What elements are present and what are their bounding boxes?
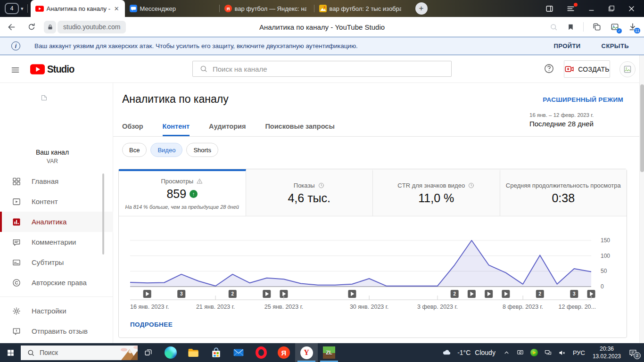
video-marker[interactable] — [468, 290, 476, 298]
clock-time: 20:36 — [593, 345, 621, 353]
metric-card-2[interactable]: CTR для значков видео11,0 % — [373, 169, 500, 216]
sidebar-item-settings[interactable]: Настройки — [0, 301, 113, 321]
help-icon[interactable] — [544, 63, 554, 74]
language-indicator[interactable]: РУС — [573, 349, 585, 356]
tray-expand-chevron-icon[interactable] — [503, 349, 510, 356]
wireless-display-icon[interactable] — [516, 349, 524, 357]
start-button[interactable] — [0, 343, 21, 362]
volume-muted-icon[interactable] — [558, 349, 566, 357]
screenshot-extension-icon[interactable]: ✓ — [610, 22, 619, 32]
close-window-icon[interactable] — [627, 5, 636, 13]
sidebar-item-dashboard[interactable]: Главная — [0, 171, 113, 191]
find-in-page-icon[interactable] — [549, 23, 558, 32]
reload-icon[interactable] — [27, 22, 36, 32]
content-icon — [12, 197, 21, 206]
minimize-icon[interactable] — [587, 5, 595, 13]
network-icon[interactable] — [544, 349, 552, 357]
taskbar-app-zl-launcher[interactable]: ZL — [318, 343, 340, 362]
sidebar-item-comments[interactable]: Комментарии — [0, 232, 113, 252]
metric-label: Показы — [294, 182, 315, 189]
video-marker[interactable] — [502, 290, 510, 298]
sidebar-item-analytics[interactable]: Аналитика — [0, 212, 113, 232]
sidebar-scrollbar[interactable] — [102, 173, 104, 255]
sidebar-item-feedback[interactable]: Отправить отзыв — [0, 321, 113, 341]
page-scrollbar-thumb[interactable] — [640, 84, 644, 172]
channel-search-box[interactable] — [192, 61, 452, 77]
video-marker[interactable]: 2 — [229, 290, 237, 298]
analytics-tab-0[interactable]: Обзор — [122, 119, 143, 136]
taskbar-app-yandex[interactable]: Я — [272, 343, 295, 362]
see-more-link[interactable]: ПОДРОБНЕЕ — [130, 321, 173, 328]
close-tab-icon[interactable]: ✕ — [113, 5, 120, 12]
video-marker[interactable]: 3 — [177, 290, 185, 298]
channel-search-input[interactable] — [213, 65, 451, 73]
advanced-mode-link[interactable]: РАСШИРЕННЫЙ РЕЖИМ — [543, 96, 623, 103]
studio-header: Studio СОЗДАТЬ — [0, 55, 644, 83]
taskbar-search-box[interactable] — [21, 346, 138, 360]
tab-counter-button[interactable]: 4 — [5, 3, 19, 14]
analytics-tab-3[interactable]: Поисковые запросы — [265, 119, 334, 136]
side-panel-icon[interactable] — [545, 4, 554, 13]
browser-tab-1[interactable]: Мессенджер — [125, 0, 219, 17]
metric-card-0[interactable]: Просмотры859↑На 814 % больше, чем за пре… — [119, 169, 246, 216]
ms-store-icon — [210, 347, 222, 359]
taskbar-search-input[interactable] — [40, 349, 96, 356]
zl-launcher-icon: ZL — [323, 346, 335, 359]
video-marker[interactable] — [143, 290, 151, 298]
taskbar-app-mail[interactable] — [227, 343, 250, 362]
chevron-down-icon[interactable]: ▾ — [21, 6, 24, 12]
metric-value-row: 11,0 % — [418, 191, 454, 205]
sidebar-item-content[interactable]: Контент — [0, 191, 113, 212]
downloads-icon[interactable]: 11 — [628, 22, 637, 32]
video-marker[interactable] — [263, 290, 271, 298]
analytics-tab-2[interactable]: Аудитория — [209, 119, 246, 136]
collections-icon[interactable] — [592, 22, 602, 32]
notification-center-icon[interactable]: 2 — [628, 348, 637, 357]
browser-tab-2[interactable]: Явар футбол — Яндекс: наш — [220, 0, 314, 17]
metric-card-1[interactable]: Показы4,6 тыс. — [246, 169, 373, 216]
youtube-studio-logo[interactable]: Studio — [30, 63, 76, 75]
sidebar-item-copyright[interactable]: Авторские права — [0, 272, 113, 293]
filter-chip-2[interactable]: Shorts — [186, 143, 218, 157]
video-marker[interactable]: 2 — [536, 290, 544, 298]
trend-up-icon: ↑ — [190, 190, 198, 198]
weather-widget[interactable]: -1°C Cloudy — [440, 348, 495, 357]
browser-tab-3[interactable]: вар футбол: 2 тыс изобра — [314, 0, 409, 17]
bookmark-icon[interactable] — [567, 23, 575, 31]
video-marker[interactable]: 2 — [451, 290, 459, 298]
lock-icon[interactable] — [44, 21, 56, 33]
antivirus-tray-icon[interactable]: ➤ — [530, 349, 538, 356]
banner-proceed-button[interactable]: ПРОЙТИ — [554, 42, 581, 49]
taskbar-clock[interactable]: 20:36 13.02.2023 — [593, 345, 621, 360]
taskbar-app-explorer[interactable] — [182, 343, 205, 362]
back-icon[interactable] — [7, 22, 17, 32]
hamburger-menu-icon[interactable] — [10, 65, 20, 75]
taskbar-app-yandex-browser[interactable]: Y — [295, 343, 318, 362]
account-avatar[interactable] — [619, 61, 636, 77]
page-scrollbar[interactable] — [639, 55, 644, 343]
taskbar-app-edge[interactable] — [159, 343, 182, 362]
banner-hide-button[interactable]: СКРЫТЬ — [602, 42, 629, 49]
x-tick-label: 3 февр. 2023 г. — [417, 304, 458, 310]
create-button[interactable]: СОЗДАТЬ — [564, 60, 610, 78]
sidebar-item-subtitles[interactable]: Субтитры — [0, 252, 113, 272]
date-range-picker[interactable]: 16 янв. – 12 февр. 2023 г. Последние 28 … — [529, 112, 644, 128]
sidebar-item-label: Аналитика — [32, 218, 66, 226]
new-tab-button[interactable]: + — [415, 2, 428, 15]
analytics-tab-1[interactable]: Контент — [163, 119, 190, 136]
filter-chip-1[interactable]: Видео — [150, 143, 182, 157]
video-marker[interactable]: 3 — [570, 290, 578, 298]
video-marker[interactable] — [485, 290, 493, 298]
sidebar-divider — [0, 296, 113, 297]
filter-chip-0[interactable]: Все — [122, 143, 147, 157]
address-bar[interactable]: studio.youtube.com — [58, 21, 126, 33]
restore-window-icon[interactable] — [608, 5, 615, 12]
taskbar-app-opera[interactable] — [250, 343, 272, 362]
taskbar-app-store[interactable] — [205, 343, 227, 362]
browser-menu-icon[interactable] — [566, 4, 575, 13]
task-view-icon[interactable] — [138, 343, 158, 362]
views-chart[interactable]: 0501001503222316 янв. 2023 г.21 янв. 202… — [119, 214, 627, 318]
browser-tab-0[interactable]: Аналитика по каналу -✕ — [31, 0, 125, 17]
video-marker[interactable] — [348, 290, 356, 298]
metric-card-3[interactable]: Средняя продолжительность просмотра0:38 — [500, 169, 627, 216]
